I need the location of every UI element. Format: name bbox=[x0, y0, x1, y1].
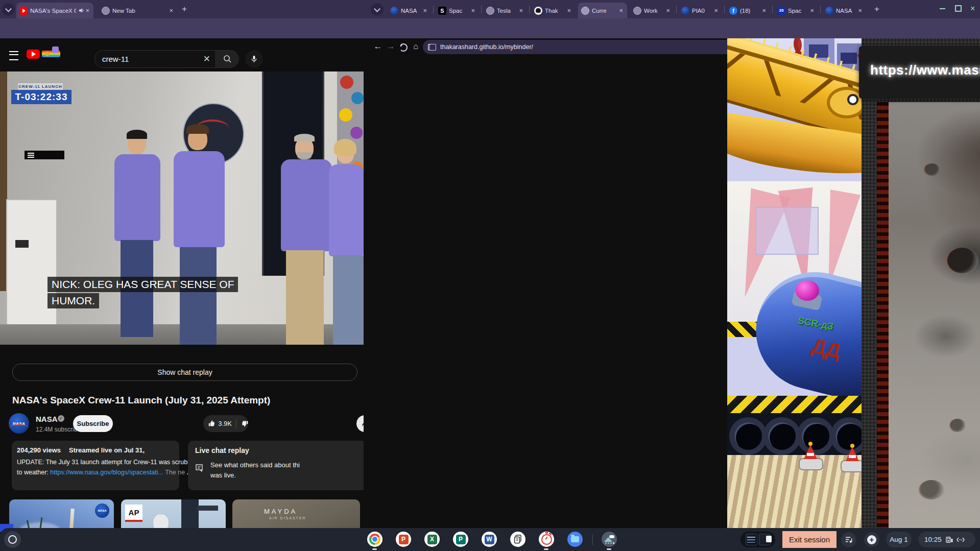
tab-fox35[interactable]: 35 Spac× bbox=[774, 3, 818, 18]
close-tab-icon[interactable]: × bbox=[857, 7, 863, 14]
hamburger-menu-icon[interactable] bbox=[9, 51, 18, 60]
tab-youtube[interactable]: NASA's SpaceX Crew-11 La × bbox=[16, 3, 93, 18]
search-button[interactable] bbox=[216, 51, 238, 67]
shelf-word-icon[interactable]: W bbox=[482, 532, 497, 547]
shelf-copy-document-icon[interactable] bbox=[510, 532, 525, 547]
blonde-hair bbox=[334, 139, 356, 156]
home-icon[interactable]: ⌂ bbox=[410, 41, 422, 52]
tab-pia[interactable]: PIA0× bbox=[678, 3, 722, 18]
description-card[interactable]: 204,290 views Streamed live on Jul 31, U… bbox=[12, 441, 179, 490]
close-tab-icon[interactable]: × bbox=[518, 7, 524, 14]
cone-top bbox=[808, 442, 812, 446]
tab-newtab[interactable]: New Tab × bbox=[99, 3, 177, 18]
channel-name[interactable]: NASA bbox=[36, 415, 58, 423]
tab-search-button[interactable] bbox=[371, 3, 384, 16]
related-thumbnail-1[interactable]: NASA bbox=[9, 499, 114, 528]
close-tab-icon[interactable]: × bbox=[422, 7, 428, 14]
excel-logo: X bbox=[427, 535, 437, 544]
video-player[interactable]: CREW-11 LAUNCH T-03:22:33 NICK: OLEG HAS… bbox=[0, 71, 364, 345]
exit-session-button[interactable]: Exit session bbox=[782, 531, 836, 548]
launch-tower bbox=[181, 499, 199, 528]
chrome-center bbox=[371, 536, 378, 543]
nasa-favicon bbox=[390, 7, 398, 15]
close-tab-icon[interactable]: × bbox=[566, 7, 572, 14]
minimize-icon[interactable] bbox=[940, 8, 945, 9]
shelf-gallery-icon[interactable] bbox=[602, 532, 617, 547]
ap-logo-badge: AP bbox=[125, 505, 142, 522]
tab-tesla[interactable]: Tesla× bbox=[483, 3, 527, 18]
shelf-publisher-icon[interactable]: P bbox=[453, 532, 468, 547]
forward-icon[interactable]: → bbox=[385, 41, 397, 52]
voice-search-button[interactable] bbox=[245, 50, 263, 68]
speaker-icon[interactable] bbox=[79, 8, 84, 13]
shelf-excel-icon[interactable]: X bbox=[424, 532, 440, 547]
status-tray[interactable]: 10:25 bbox=[918, 532, 975, 547]
tab-facebook[interactable]: f (18)× bbox=[726, 3, 770, 18]
media-controls-button[interactable] bbox=[841, 532, 856, 547]
cone-top bbox=[850, 444, 854, 448]
tab-search-button[interactable] bbox=[2, 3, 15, 16]
reload-icon[interactable] bbox=[399, 43, 408, 52]
play-icon bbox=[22, 9, 26, 13]
new-tab-button[interactable]: + bbox=[874, 4, 879, 14]
gallery-glyph bbox=[604, 535, 614, 543]
close-window-icon[interactable]: × bbox=[970, 5, 975, 12]
tab-nasa-2[interactable]: NASA× bbox=[822, 3, 866, 18]
maximize-icon[interactable] bbox=[955, 5, 962, 12]
screen-capture-preview[interactable] bbox=[740, 532, 775, 547]
close-tab-icon[interactable]: × bbox=[618, 7, 624, 14]
close-tab-icon[interactable]: × bbox=[809, 7, 815, 14]
badge-text: NASA bbox=[98, 509, 106, 512]
search-box[interactable]: crew-11 ✕ bbox=[94, 50, 239, 68]
description-line: to weather: https://www.nasa.gov/blogs/s… bbox=[17, 469, 208, 476]
channel-avatar[interactable]: NASA bbox=[9, 413, 29, 434]
show-chat-replay-button[interactable]: Show chat replay bbox=[12, 364, 357, 381]
search-input[interactable]: crew-11 bbox=[102, 55, 203, 63]
close-tab-icon[interactable]: × bbox=[470, 7, 476, 14]
back-icon[interactable]: ← bbox=[372, 41, 384, 52]
shelf-files-icon[interactable] bbox=[567, 532, 583, 547]
close-tab-icon[interactable]: × bbox=[713, 7, 719, 14]
chevron-down-icon bbox=[374, 6, 380, 12]
shelf-chrome-icon[interactable] bbox=[367, 532, 383, 547]
thumbs-up-icon[interactable] bbox=[208, 420, 215, 427]
quick-add-button[interactable]: + bbox=[864, 532, 879, 547]
description-link[interactable]: https://www.nasa.gov/blogs/spacestati... bbox=[50, 469, 163, 476]
tab-current-active[interactable]: Curre× bbox=[578, 3, 627, 18]
tab-nasa[interactable]: NASA× bbox=[387, 3, 431, 18]
close-tab-icon[interactable]: × bbox=[665, 7, 671, 14]
wheel bbox=[729, 417, 767, 455]
globe-icon bbox=[486, 7, 494, 15]
youtube-logo[interactable] bbox=[27, 50, 40, 59]
hub-hole bbox=[847, 94, 858, 105]
mars-image[interactable] bbox=[877, 102, 980, 528]
water-tower bbox=[153, 514, 169, 528]
share-button-partial[interactable] bbox=[356, 415, 364, 432]
tab-title: PIA0 bbox=[692, 8, 710, 14]
calendar-pill[interactable]: Aug 1 bbox=[886, 532, 912, 547]
overlay-url-text[interactable]: https://www.massappeal.com/ bbox=[870, 62, 980, 78]
new-tab-button[interactable]: + bbox=[182, 4, 187, 14]
related-thumbnail-2[interactable]: AP bbox=[121, 499, 226, 528]
thumbs-down-icon[interactable] bbox=[242, 420, 248, 427]
close-tab-icon[interactable]: × bbox=[168, 7, 174, 14]
shelf-timer-icon[interactable] bbox=[539, 532, 554, 547]
tab-work[interactable]: Work× bbox=[630, 3, 674, 18]
magenta-dome bbox=[796, 280, 819, 301]
doc-badge-icon bbox=[766, 536, 772, 542]
close-tab-icon[interactable]: × bbox=[84, 7, 90, 14]
live-chat-card[interactable]: Live chat replay See what others said ab… bbox=[188, 441, 364, 490]
tab-spacex[interactable]: S Spac× bbox=[435, 3, 479, 18]
launcher-button[interactable] bbox=[4, 531, 21, 548]
close-tab-icon[interactable]: × bbox=[761, 7, 767, 14]
running-indicator bbox=[544, 548, 548, 550]
tab-github[interactable]: Thak× bbox=[531, 3, 575, 18]
publisher-logo: P bbox=[456, 535, 466, 544]
chat-body-line: See what others said about thi bbox=[210, 461, 300, 469]
related-thumbnail-3[interactable]: MAYDA AIR DISASTER bbox=[232, 499, 360, 528]
clear-search-icon[interactable]: ✕ bbox=[203, 54, 210, 64]
shelf-powerpoint-icon[interactable]: P bbox=[396, 532, 411, 547]
url-overlay-card: https://www.massappeal.com/ </> zip tar bbox=[859, 46, 980, 99]
subscribe-button[interactable]: Subscribe bbox=[73, 415, 113, 432]
nasa-favicon bbox=[681, 7, 689, 15]
